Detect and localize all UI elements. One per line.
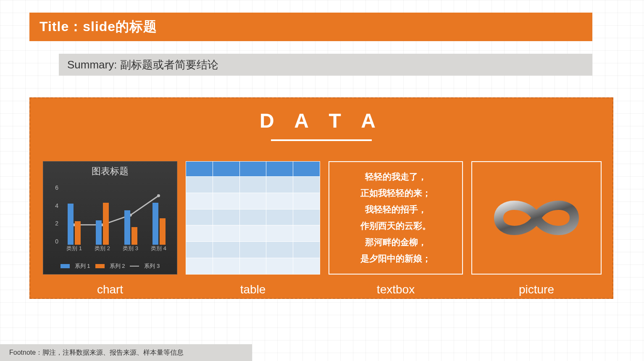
table-label: table: [186, 283, 320, 296]
chart-label: chart: [43, 283, 177, 296]
textbox-card: 轻轻的我走了，正如我轻轻的来；我轻轻的招手，作别西天的云彩。那河畔的金柳，是夕阳…: [329, 161, 463, 275]
title-text: Title：slide的标题: [39, 18, 157, 36]
data-panel: D A T A 图表标题 0246 类别 1类别 2类别 3类别 4 系列 1系…: [29, 97, 613, 299]
table-grid: [186, 161, 320, 275]
textbox-label: textbox: [329, 283, 463, 296]
chart-title: 图表标题: [43, 162, 177, 178]
footnote-bar: Footnote：脚注，注释数据来源、报告来源、样本量等信息: [0, 344, 252, 361]
picture-label: picture: [471, 283, 602, 296]
picture-card: picture: [471, 161, 602, 275]
table-card: table: [186, 161, 320, 275]
chart-plot-area: [60, 186, 173, 245]
picture-box: [471, 161, 602, 275]
data-heading-underline: [271, 139, 372, 141]
chart-box: 图表标题 0246 类别 1类别 2类别 3类别 4 系列 1系列 2系列 3: [43, 161, 177, 275]
table-box: [186, 161, 320, 275]
title-bar: Title：slide的标题: [29, 13, 592, 41]
data-heading: D A T A: [260, 109, 383, 132]
infinity-icon: [482, 191, 591, 245]
chart-legend: 系列 1系列 2系列 3: [43, 262, 177, 270]
textbox-content: 轻轻的我走了，正如我轻轻的来；我轻轻的招手，作别西天的云彩。那河畔的金柳，是夕阳…: [329, 161, 463, 275]
card-row: 图表标题 0246 类别 1类别 2类别 3类别 4 系列 1系列 2系列 3 …: [30, 161, 612, 279]
chart-x-axis: 类别 1类别 2类别 3类别 4: [60, 245, 173, 252]
chart-card: 图表标题 0246 类别 1类别 2类别 3类别 4 系列 1系列 2系列 3 …: [43, 161, 177, 275]
svg-point-3: [157, 194, 160, 197]
chart-y-axis: 0246: [47, 184, 58, 245]
summary-text: Summary: 副标题或者简要结论: [67, 58, 218, 72]
summary-bar: Summary: 副标题或者简要结论: [59, 54, 592, 76]
footnote-text: Footnote：脚注，注释数据来源、报告来源、样本量等信息: [9, 348, 184, 357]
